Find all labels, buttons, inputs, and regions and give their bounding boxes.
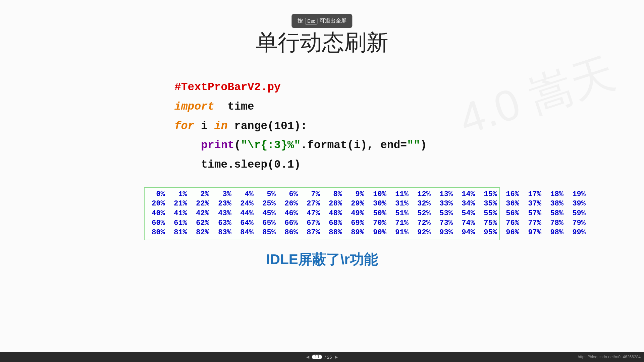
code-str2: "" — [407, 139, 420, 152]
next-slide-button[interactable]: ▶ — [335, 355, 338, 359]
slide-body: 按 Esc 可退出全屏 4.0 嵩天 单行动态刷新 #TextProBarV2.… — [0, 0, 644, 352]
code-kw-import: import — [174, 101, 214, 113]
bottom-nav-bar: ◀ 11 / 25 ▶ https://blog.csdn.net/m0_462… — [0, 352, 644, 362]
code-l5: time.sleep(0.1) — [174, 159, 301, 171]
code-fn-print: print — [201, 139, 234, 152]
code-l4-indent — [174, 139, 201, 152]
slide-title: 单行动态刷新 — [0, 27, 644, 58]
code-block: #TextProBarV2.py import time for i in ra… — [174, 78, 470, 175]
output-row: 0% 1% 2% 3% 4% 5% 6% 7% 8% 9% 10% 11% 12… — [147, 190, 586, 198]
hint-after: 可退出全屏 — [320, 17, 346, 24]
total-pages-label: / 25 — [325, 355, 332, 360]
code-l4-close: ) — [420, 139, 427, 152]
current-page-badge: 11 — [312, 355, 322, 359]
code-kw-for: for — [174, 120, 194, 132]
output-row: 20% 21% 22% 23% 24% 25% 26% 27% 28% 29% … — [147, 199, 586, 208]
code-l3-rest: range(101): — [227, 120, 307, 132]
hint-before: 按 — [298, 17, 303, 24]
esc-hint-toast: 按 Esc 可退出全屏 — [291, 14, 352, 28]
slide-note: IDLE屏蔽了\r功能 — [0, 250, 644, 269]
prev-slide-button[interactable]: ◀ — [306, 355, 309, 359]
code-l3-mid: i — [194, 120, 214, 132]
esc-key-badge: Esc — [305, 18, 317, 24]
code-str1: "\r{:3}%" — [241, 139, 301, 152]
watermark-text: 4.0 嵩天 — [452, 44, 623, 149]
code-l4-open: ( — [234, 139, 241, 152]
output-row: 40% 41% 42% 43% 44% 45% 46% 47% 48% 49% … — [147, 209, 586, 218]
code-l4-mid: .format(i), end= — [301, 139, 407, 152]
code-kw-in: in — [214, 120, 228, 132]
code-l2-rest: time — [214, 101, 254, 113]
output-box: 0% 1% 2% 3% 4% 5% 6% 7% 8% 9% 10% 11% 12… — [144, 187, 500, 240]
source-url: https://blog.csdn.net/m0_46266284 — [578, 355, 641, 359]
output-row: 60% 61% 62% 63% 64% 65% 66% 67% 68% 69% … — [147, 219, 586, 227]
code-comment: #TextProBarV2.py — [174, 81, 281, 94]
output-row: 80% 81% 82% 83% 84% 85% 86% 87% 88% 89% … — [147, 228, 586, 237]
